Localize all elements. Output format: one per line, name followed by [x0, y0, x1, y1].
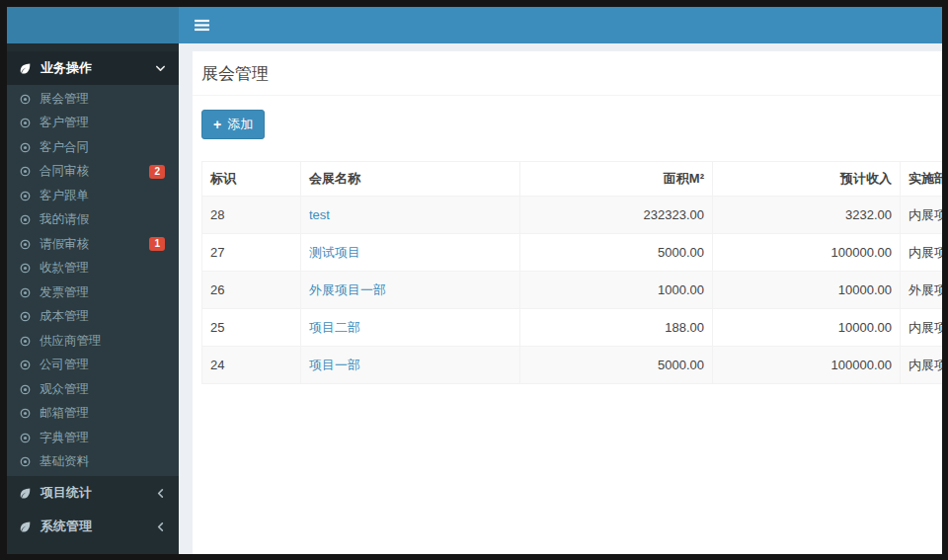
sidebar-item-invoice-management[interactable]: 发票管理: [7, 280, 179, 305]
dot-circle-icon: [20, 263, 31, 274]
app-window: 业务操作展会管理客户管理客户合同合同审核2客户跟单我的请假请假审核1收款管理发票…: [7, 7, 942, 554]
hamburger-menu-button[interactable]: [191, 15, 212, 37]
cell-id: 27: [202, 234, 301, 272]
sidebar-item-audience-management[interactable]: 观众管理: [7, 377, 179, 402]
sidebar-item-basic-data[interactable]: 基础资料: [7, 450, 179, 475]
cell-revenue: 3232.00: [713, 197, 901, 234]
cell-revenue: 10000.00: [713, 272, 901, 309]
cell-id: 24: [202, 347, 301, 384]
sidebar-item-label: 成本管理: [40, 308, 165, 325]
column-header-area: 面积M²: [520, 162, 713, 197]
dot-circle-icon: [20, 384, 31, 395]
cell-dept: 内展项目: [901, 234, 943, 272]
sidebar-item-exhibition-management[interactable]: 展会管理: [7, 87, 179, 112]
content-wrapper: 展会管理 + 添加 标识会展名称面积M²预计收入实施部门 28t: [179, 43, 942, 554]
sidebar-item-label: 系统管理: [40, 518, 155, 535]
cell-revenue: 100000.00: [713, 347, 901, 384]
dot-circle-icon: [20, 166, 31, 177]
cell-revenue: 100000.00: [713, 234, 901, 272]
column-header-id: 标识: [202, 162, 301, 197]
sidebar-item-mailbox-management[interactable]: 邮箱管理: [7, 402, 179, 427]
sidebar-item-label: 请假审核: [40, 236, 149, 253]
sidebar-item-dictionary-management[interactable]: 字典管理: [7, 426, 179, 450]
column-header-revenue: 预计收入: [713, 162, 901, 197]
sidebar-item-system-management[interactable]: 系统管理: [7, 510, 179, 543]
dot-circle-icon: [20, 191, 31, 201]
sidebar-item-cost-management[interactable]: 成本管理: [7, 305, 179, 330]
dot-circle-icon: [20, 118, 31, 128]
table-row: 27测试项目5000.00100000.00内展项目: [202, 234, 943, 272]
sidebar-item-payment-management[interactable]: 收款管理: [7, 257, 179, 281]
sidebar-item-label: 合同审核: [40, 163, 149, 180]
dot-circle-icon: [20, 433, 31, 443]
exhibition-name-link[interactable]: 测试项目: [309, 245, 360, 260]
sidebar-item-contract-review[interactable]: 合同审核2: [7, 160, 179, 185]
cell-name: test: [301, 197, 520, 234]
leaf-icon: [19, 62, 32, 75]
sidebar-item-label: 收款管理: [40, 260, 165, 277]
hamburger-menu-icon: [195, 19, 209, 32]
sidebar-item-supplier-management[interactable]: 供应商管理: [7, 329, 179, 354]
sidebar-item-label: 客户合同: [40, 139, 165, 156]
plus-icon: +: [213, 118, 221, 131]
sidebar-item-company-management[interactable]: 公司管理: [7, 354, 179, 378]
box-header: 展会管理: [193, 51, 942, 96]
dot-circle-icon: [20, 360, 31, 370]
exhibition-name-link[interactable]: 项目一部: [309, 358, 360, 372]
sidebar-item-label: 观众管理: [40, 381, 165, 398]
add-button[interactable]: + 添加: [201, 110, 265, 139]
dot-circle-icon: [20, 142, 31, 153]
leaf-icon: [19, 487, 32, 500]
table-row: 28test232323.003232.00内展项目: [202, 197, 943, 234]
sidebar-item-label: 客户跟单: [40, 188, 165, 204]
leaf-icon: [19, 520, 32, 533]
cell-dept: 内展项目: [901, 309, 943, 347]
cell-area: 5000.00: [520, 234, 713, 272]
box-body: + 添加 标识会展名称面积M²预计收入实施部门 28test232323.003…: [193, 96, 942, 398]
sidebar-item-label: 供应商管理: [40, 333, 165, 350]
cell-area: 232323.00: [520, 197, 713, 234]
exhibitions-table: 标识会展名称面积M²预计收入实施部门 28test232323.003232.0…: [201, 161, 942, 384]
sidebar-item-label: 字典管理: [40, 430, 165, 446]
exhibition-name-link[interactable]: 项目二部: [309, 320, 360, 335]
cell-name: 项目二部: [301, 309, 520, 347]
table-body: 28test232323.003232.00内展项目27测试项目5000.001…: [202, 197, 943, 384]
cell-area: 5000.00: [520, 347, 713, 384]
page-title: 展会管理: [201, 62, 933, 85]
cell-dept: 外展项目: [901, 272, 943, 309]
sidebar-item-my-leave[interactable]: 我的请假: [7, 208, 179, 233]
table-head: 标识会展名称面积M²预计收入实施部门: [202, 162, 943, 197]
sidebar-item-label: 邮箱管理: [40, 405, 165, 422]
logo-area: [7, 7, 179, 43]
exhibition-name-link[interactable]: test: [309, 207, 330, 222]
submenu-business-operations: 展会管理客户管理客户合同合同审核2客户跟单我的请假请假审核1收款管理发票管理成本…: [7, 85, 179, 476]
sidebar-item-label: 发票管理: [40, 284, 165, 301]
column-header-name: 会展名称: [301, 162, 520, 197]
notification-badge: 2: [149, 165, 165, 179]
main-area: 展会管理 + 添加 标识会展名称面积M²预计收入实施部门 28t: [179, 7, 942, 554]
sidebar-item-customer-management[interactable]: 客户管理: [7, 112, 179, 136]
cell-id: 26: [202, 272, 301, 309]
dot-circle-icon: [20, 408, 31, 419]
sidebar-item-project-statistics[interactable]: 项目统计: [7, 476, 179, 510]
table-header-row: 标识会展名称面积M²预计收入实施部门: [202, 162, 943, 197]
exhibition-name-link[interactable]: 外展项目一部: [309, 282, 386, 297]
sidebar-item-customer-contract[interactable]: 客户合同: [7, 135, 179, 160]
column-header-dept: 实施部门: [901, 162, 943, 197]
top-navbar: [179, 7, 942, 43]
dot-circle-icon: [20, 287, 31, 298]
cell-id: 28: [202, 197, 301, 234]
sidebar-item-leave-review[interactable]: 请假审核1: [7, 232, 179, 257]
sidebar: 业务操作展会管理客户管理客户合同合同审核2客户跟单我的请假请假审核1收款管理发票…: [7, 7, 179, 554]
table-row: 25项目二部188.0010000.00内展项目: [202, 309, 943, 347]
sidebar-item-business-operations[interactable]: 业务操作: [7, 51, 179, 85]
dot-circle-icon: [20, 311, 31, 322]
dot-circle-icon: [20, 456, 31, 467]
cell-id: 25: [202, 309, 301, 347]
sidebar-item-customer-followup[interactable]: 客户跟单: [7, 184, 179, 208]
table-row: 24项目一部5000.00100000.00内展项目: [202, 347, 943, 384]
cell-dept: 内展项目: [901, 197, 943, 234]
cell-area: 188.00: [520, 309, 713, 347]
chevron-left-icon: [155, 488, 166, 499]
dot-circle-icon: [20, 214, 31, 225]
